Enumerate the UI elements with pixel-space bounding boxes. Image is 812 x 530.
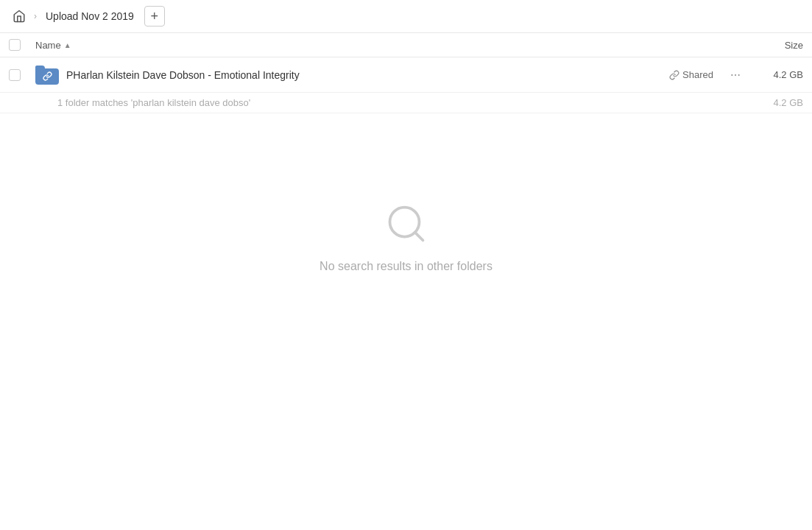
svg-point-1 xyxy=(735,74,736,76)
name-column-header[interactable]: Name ▲ xyxy=(35,40,744,51)
sort-icon: ▲ xyxy=(64,41,71,49)
row-checkbox-col xyxy=(9,69,35,81)
more-icon xyxy=(730,69,741,81)
shared-label: Shared xyxy=(682,69,713,80)
breadcrumb-current[interactable]: Upload Nov 2 2019 xyxy=(41,7,138,25)
svg-point-2 xyxy=(738,74,740,76)
svg-line-4 xyxy=(414,233,423,241)
match-info-row: 1 folder matches 'pharlan kilstein dave … xyxy=(0,93,812,113)
breadcrumb-separator: › xyxy=(34,11,37,21)
match-info-text: 1 folder matches 'pharlan kilstein dave … xyxy=(57,97,752,108)
empty-state-text: No search results in other folders xyxy=(319,260,493,273)
column-headers: Name ▲ Size xyxy=(0,33,812,57)
add-button[interactable]: + xyxy=(144,6,165,26)
svg-point-0 xyxy=(731,74,732,76)
breadcrumb-bar: › Upload Nov 2 2019 + xyxy=(0,0,812,33)
match-info-size: 4.2 GB xyxy=(752,97,803,108)
folder-icon xyxy=(35,63,59,87)
file-name: PHarlan Kilstein Dave Dobson - Emotional… xyxy=(66,69,669,81)
select-all-checkbox[interactable] xyxy=(9,39,21,51)
table-row[interactable]: PHarlan Kilstein Dave Dobson - Emotional… xyxy=(0,57,812,93)
link-icon xyxy=(43,71,52,81)
file-size: 4.2 GB xyxy=(752,69,803,80)
home-button[interactable] xyxy=(9,6,29,26)
empty-state: No search results in other folders xyxy=(0,113,812,273)
shared-badge: Shared xyxy=(669,69,713,80)
header-checkbox-col xyxy=(9,39,35,51)
row-checkbox[interactable] xyxy=(9,69,21,81)
no-results-icon xyxy=(384,202,428,248)
link-badge-icon xyxy=(669,70,679,80)
more-options-button[interactable] xyxy=(725,65,746,85)
size-column-header[interactable]: Size xyxy=(744,40,803,51)
